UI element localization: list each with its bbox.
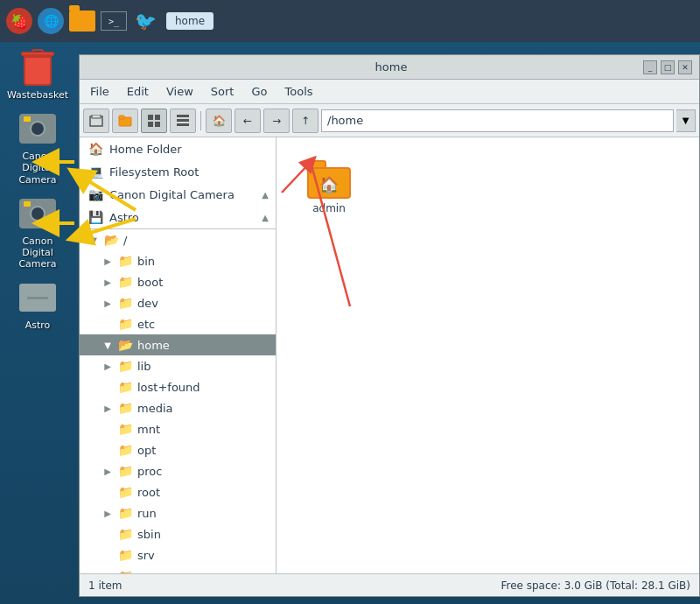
window-close-button[interactable]: ✕ bbox=[678, 60, 692, 74]
astro-icon bbox=[18, 278, 57, 317]
camera1-icon bbox=[18, 109, 57, 148]
taskbar-window-label[interactable]: home bbox=[166, 12, 214, 30]
window-maximize-button[interactable]: □ bbox=[661, 60, 675, 74]
bookmark-home-label: Home Folder bbox=[109, 143, 182, 156]
tree-item-opt[interactable]: 📁 opt bbox=[80, 439, 276, 460]
file-item-admin[interactable]: 🏠 admin bbox=[294, 155, 364, 220]
svg-rect-1 bbox=[92, 115, 101, 118]
admin-folder-icon: 🏠 bbox=[307, 160, 351, 199]
tree-expand-root-dir bbox=[101, 485, 115, 499]
svg-rect-10 bbox=[177, 123, 189, 126]
tree-label-bin: bin bbox=[137, 255, 155, 268]
path-dropdown[interactable]: ▼ bbox=[676, 109, 696, 132]
menu-go[interactable]: Go bbox=[244, 82, 274, 101]
tree-item-mnt[interactable]: 📁 mnt bbox=[80, 418, 276, 439]
toolbar-separator1 bbox=[200, 111, 201, 130]
bookmark-filesystem-root[interactable]: 💻 Filesystem Root bbox=[80, 160, 276, 183]
desktop-icon-astro[interactable]: Astro bbox=[7, 278, 68, 331]
tree-item-sbin[interactable]: 📁 sbin bbox=[80, 523, 276, 544]
tree-label-srv: srv bbox=[137, 549, 155, 562]
tree-expand-etc bbox=[101, 317, 115, 331]
bookmark-astro[interactable]: 💾 Astro ▲ bbox=[80, 206, 276, 228]
toolbar-new-window[interactable] bbox=[83, 109, 109, 133]
path-bar[interactable]: /home bbox=[321, 109, 674, 132]
toolbar-icon-view[interactable] bbox=[141, 109, 167, 133]
bookmark-canon-camera1[interactable]: 📷 Canon Digital Camera ▲ bbox=[80, 183, 276, 206]
bookmark-arrow-astro: ▲ bbox=[262, 213, 269, 222]
window-minimize-button[interactable]: _ bbox=[643, 60, 657, 74]
toolbar-up[interactable]: ↑ bbox=[292, 109, 318, 133]
svg-rect-4 bbox=[148, 115, 153, 120]
toolbar-back[interactable]: ← bbox=[234, 109, 261, 133]
tree-expand-boot: ▶ bbox=[101, 275, 115, 289]
tree-label-lost: lost+found bbox=[137, 381, 200, 394]
menu-file[interactable]: File bbox=[83, 82, 116, 101]
svg-rect-3 bbox=[119, 116, 124, 119]
filesystem-root-icon: 💻 bbox=[87, 164, 104, 179]
tree-folder-bin: 📁 bbox=[118, 254, 134, 268]
tree-label-media: media bbox=[137, 402, 173, 415]
tree-item-sys[interactable]: ▶ 📁 sys bbox=[80, 565, 276, 573]
tree-item-srv[interactable]: 📁 srv bbox=[80, 544, 276, 565]
menu-tools[interactable]: Tools bbox=[278, 82, 320, 101]
raspberry-pi-menu[interactable]: 🍓 bbox=[5, 7, 33, 35]
bookmark-home-folder[interactable]: 🏠 Home Folder bbox=[80, 137, 276, 160]
tree-label-run: run bbox=[137, 507, 157, 520]
tree-folder-sys: 📁 bbox=[118, 569, 134, 573]
desktop: 🍓 🌐 >_ 🐦 home Wastebasket bbox=[0, 0, 700, 604]
svg-rect-9 bbox=[177, 119, 189, 122]
home-folder-icon: 🏠 bbox=[87, 141, 104, 157]
tree-folder-lost: 📁 bbox=[118, 380, 134, 394]
tree-folder-etc: 📁 bbox=[118, 317, 134, 331]
desktop-icon-wastebasket[interactable]: Wastebasket bbox=[7, 48, 68, 101]
tree-expand-lib: ▶ bbox=[101, 359, 115, 373]
desktop-icon-camera2[interactable]: Canon DigitalCamera bbox=[7, 194, 68, 270]
tree-expand-sbin bbox=[101, 527, 115, 541]
tree-item-lost-found[interactable]: 📁 lost+found bbox=[80, 376, 276, 397]
terminal-taskbar-icon[interactable]: >_ bbox=[100, 7, 128, 35]
tree-expand-media: ▶ bbox=[101, 401, 115, 415]
tree-expand-root: ▼ bbox=[87, 233, 101, 247]
tree-item-root-dir[interactable]: 📁 root bbox=[80, 481, 276, 502]
menu-edit[interactable]: Edit bbox=[120, 82, 156, 101]
tree-item-run[interactable]: ▶ 📁 run bbox=[80, 502, 276, 523]
tree-label-root-dir: root bbox=[137, 486, 160, 499]
status-bar: 1 item Free space: 3.0 GiB (Total: 28.1 … bbox=[80, 573, 699, 596]
item-count: 1 item bbox=[88, 579, 122, 592]
camera2-label: Canon DigitalCamera bbox=[7, 235, 68, 270]
svg-rect-8 bbox=[177, 115, 189, 117]
tree-item-bin[interactable]: ▶ 📁 bin bbox=[80, 250, 276, 271]
tree-item-dev[interactable]: ▶ 📁 dev bbox=[80, 292, 276, 313]
browser-icon[interactable]: 🌐 bbox=[37, 7, 65, 35]
tree-item-home[interactable]: ▼ 📂 home bbox=[80, 334, 276, 355]
tree-folder-run: 📁 bbox=[118, 506, 134, 520]
tree-label-root: / bbox=[123, 234, 127, 247]
svg-rect-6 bbox=[148, 122, 153, 127]
file-manager-taskbar-icon[interactable] bbox=[68, 7, 96, 35]
tree-item-etc[interactable]: 📁 etc bbox=[80, 313, 276, 334]
tree-item-root[interactable]: ▼ 📂 / bbox=[80, 229, 276, 250]
tree-item-proc[interactable]: ▶ 📁 proc bbox=[80, 460, 276, 481]
tree-section: ▼ 📂 / ▶ 📁 bin ▶ 📁 boot bbox=[80, 228, 276, 573]
tree-folder-boot: 📁 bbox=[118, 275, 134, 289]
tree-folder-srv: 📁 bbox=[118, 548, 134, 562]
tree-expand-bin: ▶ bbox=[101, 254, 115, 268]
tree-item-lib[interactable]: ▶ 📁 lib bbox=[80, 355, 276, 376]
toolbar-parent-folder[interactable] bbox=[112, 109, 138, 133]
desktop-icon-camera1[interactable]: Canon DigitalCamera bbox=[7, 109, 68, 186]
tree-expand-srv bbox=[101, 548, 115, 562]
toolbar-list-view[interactable] bbox=[170, 109, 196, 133]
toolbar-home[interactable]: 🏠 bbox=[206, 109, 232, 133]
wastebasket-label: Wastebasket bbox=[7, 89, 68, 101]
toolbar-forward[interactable]: → bbox=[263, 109, 290, 133]
tree-item-boot[interactable]: ▶ 📁 boot bbox=[80, 271, 276, 292]
window-controls: _ □ ✕ bbox=[643, 60, 692, 74]
tree-folder-sbin: 📁 bbox=[118, 527, 134, 541]
bookmark-canon1-label: Canon Digital Camera bbox=[109, 188, 234, 201]
tree-expand-run: ▶ bbox=[101, 506, 115, 520]
tree-item-media[interactable]: ▶ 📁 media bbox=[80, 397, 276, 418]
menu-view[interactable]: View bbox=[159, 82, 200, 101]
menu-sort[interactable]: Sort bbox=[204, 82, 242, 101]
tree-folder-home: 📂 bbox=[118, 338, 134, 352]
tree-folder-root: 📂 bbox=[104, 233, 120, 247]
